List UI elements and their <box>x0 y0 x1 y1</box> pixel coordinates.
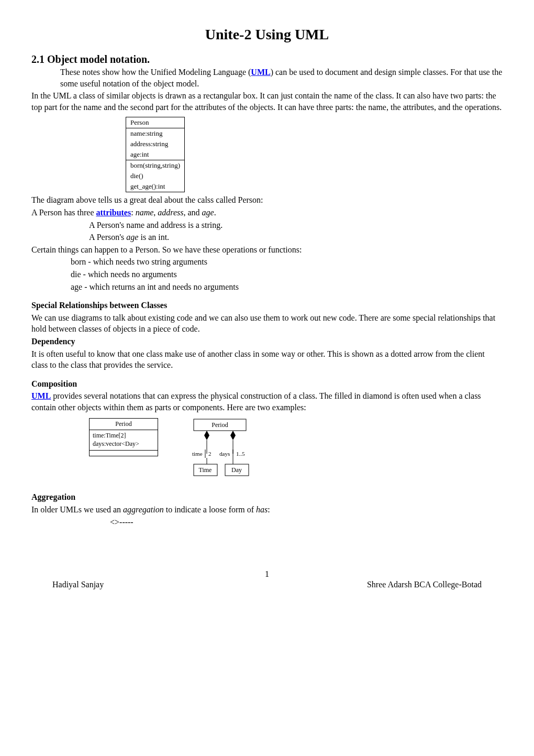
link-uml[interactable]: UML <box>251 68 270 76</box>
text: . <box>214 208 216 217</box>
paragraph: Certain things can happen to a Person. S… <box>31 244 503 256</box>
list-item: born - which needs two string arguments <box>71 256 503 268</box>
text: provides several notations that can expr… <box>31 391 481 412</box>
uml-class-person: Person name:string address:string age:in… <box>126 117 185 192</box>
page-footer: 1 Hadiyal Sanjay Shree Adarsh BCA Colleg… <box>31 569 503 589</box>
svg-text: Day <box>231 466 242 474</box>
italic-text: name <box>136 208 154 217</box>
subheading-aggregation: Aggregation <box>31 491 503 503</box>
uml-operation: get_age():int <box>126 181 184 192</box>
italic-text: has <box>256 505 268 514</box>
italic-text: age <box>126 233 138 242</box>
subheading-special-relationships: Special Relationships between Classes <box>31 300 503 311</box>
subheading-composition: Composition <box>31 378 503 390</box>
paragraph: A Person's name and address is a string. <box>89 220 503 231</box>
uml-attribute: address:string <box>126 139 184 149</box>
svg-text: 2 <box>208 451 212 457</box>
text: These notes show how the Unified Modelin… <box>60 68 251 76</box>
uml-class-period-left: Period time:Time[2] days:vector<Day> <box>89 418 158 456</box>
svg-text: 1..5 <box>236 451 245 457</box>
text: to indicate a loose form of <box>164 505 256 514</box>
uml-attribute: days:vector<Day> <box>93 440 154 448</box>
paragraph: In older UMLs we used an aggregation to … <box>31 504 503 516</box>
uml-class-name: Period <box>90 419 158 430</box>
paragraph: The diagram above tells us a great deal … <box>31 194 503 206</box>
uml-composition-right: Period time 2 days 1..5 Time Day <box>168 418 272 481</box>
svg-marker-4 <box>230 431 236 440</box>
text: is an int. <box>138 233 169 242</box>
paragraph: UML provides several notations that can … <box>31 390 503 413</box>
footer-right: Shree Adarsh BCA College-Botad <box>367 580 482 589</box>
italic-text: age <box>202 208 214 217</box>
list-item: age - which returns an int and needs no … <box>71 281 503 293</box>
text: : <box>268 505 270 514</box>
uml-empty-section <box>90 450 158 456</box>
uml-operation: die() <box>126 171 184 181</box>
text: , and <box>183 208 202 217</box>
text: A Person has three <box>31 208 96 217</box>
footer-left: Hadiyal Sanjay <box>52 580 104 589</box>
subheading-dependency: Dependency <box>31 336 503 347</box>
svg-text: time <box>192 451 203 457</box>
spacer <box>31 293 503 299</box>
link-attributes[interactable]: attributes <box>96 208 131 217</box>
aggregation-symbol: <>----- <box>110 517 503 528</box>
svg-text: Period <box>212 421 228 429</box>
italic-text: address <box>158 208 183 217</box>
paragraph: It is often useful to know that one clas… <box>31 348 503 371</box>
text: A Person's <box>89 233 126 242</box>
list-item: die - which needs no arguments <box>71 269 503 280</box>
uml-attribute: time:Time[2] <box>93 432 154 440</box>
composition-diagram: Period time:Time[2] days:vector<Day> Per… <box>89 418 503 481</box>
paragraph: A Person's age is an int. <box>89 232 503 243</box>
link-uml[interactable]: UML <box>31 391 51 400</box>
text: In older UMLs we used an <box>31 505 123 514</box>
paragraph: In the UML a class of similar objects is… <box>31 90 503 113</box>
paragraph: We can use diagrams to talk about existi… <box>31 312 503 335</box>
paragraph: These notes show how the Unified Modelin… <box>60 67 503 89</box>
uml-class-name: Person <box>126 117 184 128</box>
spacer <box>31 372 503 377</box>
italic-text: aggregation <box>123 505 164 514</box>
uml-operation: born(string,string) <box>126 160 184 171</box>
svg-text: days <box>219 451 230 457</box>
text: : <box>131 208 135 217</box>
section-heading-2-1: 2.1 Object model notation. <box>31 53 503 65</box>
page-title: Unite-2 Using UML <box>31 26 503 43</box>
uml-attributes: time:Time[2] days:vector<Day> <box>90 430 158 450</box>
page-number: 1 <box>31 569 503 579</box>
svg-text: Time <box>199 466 212 474</box>
paragraph: A Person has three attributes: name, add… <box>31 207 503 218</box>
svg-marker-1 <box>204 431 209 440</box>
uml-attribute: name:string <box>126 128 184 139</box>
uml-attribute: age:int <box>126 149 184 160</box>
